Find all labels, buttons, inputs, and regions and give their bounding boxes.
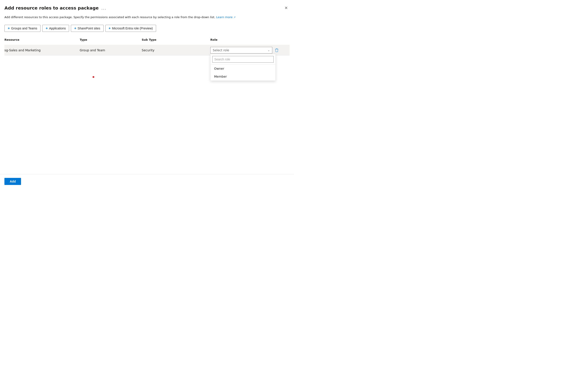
toolbar: + Groups and Teams + Applications + Shar… (4, 25, 289, 32)
dropdown-item-owner[interactable]: Owner (211, 65, 276, 72)
bottom-bar: Add (0, 174, 294, 188)
column-header-role: Role (210, 36, 289, 43)
add-sharepoint-sites-button[interactable]: + SharePoint sites (71, 25, 103, 32)
cell-type: Group and Team (80, 46, 142, 54)
description-text: Add different resources to this access p… (4, 15, 289, 20)
cell-role: Select role ⌄ Owner Member (210, 45, 289, 55)
plus-icon: + (46, 26, 48, 30)
search-role-input[interactable] (212, 56, 274, 63)
trash-icon (275, 48, 278, 52)
select-role-dropdown[interactable]: Select role ⌄ (210, 47, 272, 54)
plus-icon: + (109, 26, 111, 30)
delete-row-button[interactable] (274, 47, 279, 53)
dropdown-item-member[interactable]: Member (211, 72, 276, 81)
learn-more-link[interactable]: Learn more ↗ (216, 15, 236, 19)
dropdown-search-container (211, 54, 276, 65)
column-header-type: Type (80, 36, 142, 43)
chevron-down-icon: ⌄ (268, 49, 270, 52)
role-dropdown-menu: Owner Member (210, 54, 276, 81)
column-header-subtype: Sub Type (142, 36, 210, 43)
panel-ellipsis[interactable]: ... (101, 6, 107, 10)
panel-title: Add resource roles to access package (4, 5, 99, 11)
table-container: Resource Type Sub Type Role sg-Sales and… (4, 36, 289, 56)
external-link-icon: ↗ (234, 16, 236, 19)
add-entra-role-button[interactable]: + Microsoft Entra role (Preview) (105, 25, 156, 32)
add-button[interactable]: Add (4, 178, 21, 185)
table-header: Resource Type Sub Type Role (4, 36, 289, 45)
plus-icon: + (74, 26, 76, 30)
select-role-placeholder: Select role (213, 48, 229, 52)
cell-subtype: Security (142, 46, 210, 54)
add-applications-button[interactable]: + Applications (42, 25, 69, 32)
close-button[interactable]: ✕ (282, 4, 289, 12)
column-header-resource: Resource (4, 36, 80, 43)
add-groups-teams-button[interactable]: + Groups and Teams (4, 25, 40, 32)
panel-header: Add resource roles to access package ... (4, 5, 289, 11)
table-row: sg-Sales and Marketing Group and Team Se… (4, 45, 289, 56)
cell-resource: sg-Sales and Marketing (4, 46, 80, 54)
plus-icon: + (8, 26, 10, 30)
panel: ✕ Add resource roles to access package .… (0, 0, 294, 188)
validation-dot (93, 76, 94, 78)
